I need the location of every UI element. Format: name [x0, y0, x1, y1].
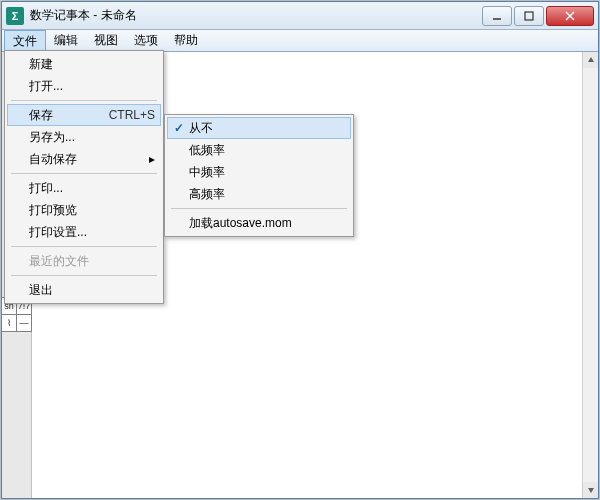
menu-label: 打印...	[29, 180, 63, 197]
scroll-track[interactable]	[583, 68, 598, 482]
menu-label: 新建	[29, 56, 53, 73]
menu-label: 打印设置...	[29, 224, 87, 241]
menu-separator	[11, 173, 157, 174]
menu-print-setup[interactable]: 打印设置...	[7, 221, 161, 243]
menu-new[interactable]: 新建	[7, 53, 161, 75]
menu-separator	[171, 208, 347, 209]
titlebar: Σ 数学记事本 - 未命名	[2, 2, 598, 30]
svg-marker-5	[588, 488, 594, 493]
menu-open[interactable]: 打开...	[7, 75, 161, 97]
menu-label: 打印预览	[29, 202, 77, 219]
menu-label: 另存为...	[29, 129, 75, 146]
maximize-button[interactable]	[514, 6, 544, 26]
svg-marker-4	[588, 57, 594, 62]
menu-exit[interactable]: 退出	[7, 279, 161, 301]
close-button[interactable]	[546, 6, 594, 26]
svg-rect-1	[525, 12, 533, 20]
menu-print[interactable]: 打印...	[7, 177, 161, 199]
menu-label: 从不	[189, 120, 213, 137]
menu-edit[interactable]: 编辑	[46, 30, 86, 51]
autosave-submenu: ✓ 从不 低频率 中频率 高频率 加载autosave.mom	[164, 114, 354, 237]
menu-separator	[11, 246, 157, 247]
menu-label: 高频率	[189, 186, 225, 203]
autosave-high[interactable]: 高频率	[167, 183, 351, 205]
menu-help[interactable]: 帮助	[166, 30, 206, 51]
autosave-load[interactable]: 加载autosave.mom	[167, 212, 351, 234]
menu-label: 保存	[29, 107, 53, 124]
menu-autosave[interactable]: 自动保存 ▸	[7, 148, 161, 170]
submenu-arrow-icon: ▸	[149, 152, 155, 166]
scroll-up-arrow[interactable]	[583, 52, 598, 68]
menu-save[interactable]: 保存 CTRL+S	[7, 104, 161, 126]
tool-cell[interactable]: ⌇	[1, 314, 17, 332]
menu-shortcut: CTRL+S	[109, 108, 155, 122]
menu-label: 中频率	[189, 164, 225, 181]
menu-label: 退出	[29, 282, 53, 299]
minimize-button[interactable]	[482, 6, 512, 26]
menu-label: 加载autosave.mom	[189, 215, 292, 232]
menu-label: 打开...	[29, 78, 63, 95]
check-icon: ✓	[172, 121, 186, 135]
menu-options[interactable]: 选项	[126, 30, 166, 51]
menu-separator	[11, 275, 157, 276]
menu-view[interactable]: 视图	[86, 30, 126, 51]
scroll-down-arrow[interactable]	[583, 482, 598, 498]
menu-save-as[interactable]: 另存为...	[7, 126, 161, 148]
window-controls	[480, 6, 594, 26]
vertical-scrollbar[interactable]	[582, 52, 598, 498]
menu-separator	[11, 100, 157, 101]
tool-cell[interactable]: —	[16, 314, 32, 332]
menu-label: 自动保存	[29, 151, 77, 168]
menubar: 文件 编辑 视图 选项 帮助	[2, 30, 598, 52]
menu-label: 低频率	[189, 142, 225, 159]
menu-label: 最近的文件	[29, 253, 89, 270]
menu-file[interactable]: 文件	[4, 30, 46, 51]
autosave-mid[interactable]: 中频率	[167, 161, 351, 183]
window-title: 数学记事本 - 未命名	[30, 7, 480, 24]
autosave-low[interactable]: 低频率	[167, 139, 351, 161]
app-icon: Σ	[6, 7, 24, 25]
menu-print-preview[interactable]: 打印预览	[7, 199, 161, 221]
menu-recent-files: 最近的文件	[7, 250, 161, 272]
autosave-never[interactable]: ✓ 从不	[167, 117, 351, 139]
file-menu-dropdown: 新建 打开... 保存 CTRL+S 另存为... 自动保存 ▸ 打印... 打…	[4, 50, 164, 304]
